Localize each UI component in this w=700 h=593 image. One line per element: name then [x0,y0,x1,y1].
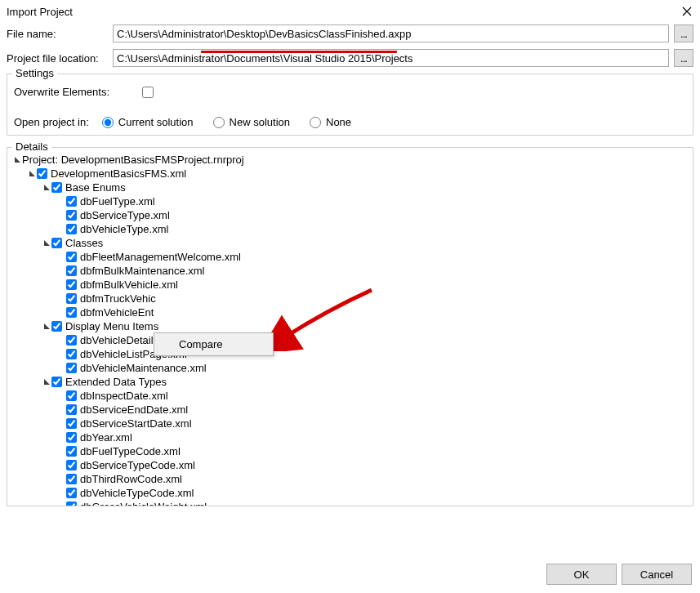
tree-node[interactable]: dbFuelType.xml [9,194,691,208]
overwrite-label: Overwrite Elements: [14,86,109,98]
expander-icon[interactable] [42,184,51,191]
radio-label: New solution [230,116,290,128]
window-title: Import Project [7,6,73,18]
tree-checkbox[interactable] [66,446,77,457]
settings-group: Settings Overwrite Elements: Open projec… [7,74,693,136]
radio-label: None [326,116,351,128]
tree-label[interactable]: dbVehicleMaintenance.xml [80,362,207,374]
tree-node[interactable]: dbGrossVehicleWeight.xml [9,500,691,506]
tree-node[interactable]: dbServiceType.xml [9,208,691,222]
tree-label[interactable]: dbYear.xml [80,431,132,444]
expander-icon[interactable] [42,323,51,330]
tree-node[interactable]: dbServiceEndDate.xml [9,403,691,417]
close-button[interactable] [680,5,693,18]
tree-checkbox[interactable] [66,279,77,290]
tree-label[interactable]: dbfmVehicleEnt [80,306,154,319]
tree-node[interactable]: dbfmBulkMaintenance.xml [9,264,691,278]
tree-label[interactable]: dbfmBulkMaintenance.xml [80,265,204,277]
tree-label[interactable]: Classes [65,237,103,249]
tree-checkbox[interactable] [66,210,77,221]
tree-checkbox[interactable] [66,488,77,498]
tree-checkbox[interactable] [66,196,77,207]
tree-node[interactable]: DevelopmentBasicsFMS.xml [9,167,691,181]
tree-node[interactable]: dbFleetManagementWelcome.xml [9,250,691,264]
cancel-button[interactable]: Cancel [622,564,692,585]
tree-label[interactable]: dbVehicleType.xml [80,223,168,235]
tree-node[interactable]: Extended Data Types [9,375,691,389]
overwrite-checkbox[interactable] [142,87,154,98]
dialog-content: File name: ... Project file location: ..… [0,21,700,510]
tree-checkbox[interactable] [66,502,77,506]
tree-node[interactable]: dbVehicleTypeCode.xml [9,486,691,500]
tree-node[interactable]: dbServiceStartDate.xml [9,417,691,430]
tree-checkbox[interactable] [51,238,62,248]
tree-checkbox[interactable] [66,460,77,470]
tree-label[interactable]: Base Enums [65,181,126,194]
tree-checkbox[interactable] [66,363,77,373]
tree-label[interactable]: dbServiceType.xml [80,209,170,221]
compare-menu-item[interactable]: Compare [156,335,271,354]
tree-label[interactable]: dbThirdRowCode.xml [80,473,182,485]
expander-icon[interactable] [27,170,37,177]
context-menu: Compare [154,332,274,356]
tree-checkbox[interactable] [66,307,77,318]
tree-node[interactable]: dbYear.xml [9,430,691,444]
tree-checkbox[interactable] [51,182,62,193]
ok-button[interactable]: OK [546,564,617,585]
tree-node[interactable]: dbServiceTypeCode.xml [9,458,691,472]
tree-label[interactable]: Display Menu Items [65,320,158,332]
radio-none-input[interactable] [310,117,321,128]
location-browse-button[interactable]: ... [674,49,693,67]
tree-label[interactable]: Project: DevelopmentBasicsFMSProject.rnr… [22,154,244,166]
filename-browse-button[interactable]: ... [674,25,693,42]
tree-checkbox[interactable] [66,252,77,262]
tree-label[interactable]: dbFleetManagementWelcome.xml [80,251,241,263]
tree-checkbox[interactable] [66,418,77,429]
tree-checkbox[interactable] [66,265,77,276]
tree-node[interactable]: Base Enums [9,181,691,194]
tree-checkbox[interactable] [51,377,62,387]
radio-none[interactable]: None [310,116,351,128]
filename-row: File name: ... [7,25,693,42]
tree-checkbox[interactable] [66,474,77,484]
tree-node[interactable]: dbFuelTypeCode.xml [9,444,691,458]
tree-label[interactable]: dbfmTruckVehic [80,292,156,305]
radio-new-solution[interactable]: New solution [213,116,290,128]
tree-label[interactable]: dbfmBulkVehicle.xml [80,279,178,291]
tree-label[interactable]: DevelopmentBasicsFMS.xml [51,167,186,180]
tree-label[interactable]: Extended Data Types [65,376,167,388]
tree-checkbox[interactable] [51,321,62,332]
tree-checkbox[interactable] [66,390,77,401]
expander-icon[interactable] [42,239,51,247]
tree-label[interactable]: dbFuelTypeCode.xml [80,445,181,457]
filename-input[interactable] [113,25,669,42]
tree-label[interactable]: dbServiceTypeCode.xml [80,459,195,471]
radio-new-input[interactable] [213,117,225,128]
tree-checkbox[interactable] [66,293,77,304]
tree-label[interactable]: dbFuelType.xml [80,195,155,207]
tree-label[interactable]: dbServiceEndDate.xml [80,404,188,416]
tree-checkbox[interactable] [37,168,47,179]
open-in-label: Open project in: [14,116,89,128]
tree-node[interactable]: dbVehicleType.xml [9,222,691,236]
radio-current-input[interactable] [102,117,114,128]
tree-checkbox[interactable] [66,349,77,359]
tree-node[interactable]: dbThirdRowCode.xml [9,472,691,486]
expander-icon[interactable] [12,156,22,163]
tree-checkbox[interactable] [66,404,77,415]
tree-node[interactable]: Classes [9,236,691,250]
tree-node[interactable]: dbInspectDate.xml [9,389,691,403]
overwrite-row: Overwrite Elements: [14,86,686,98]
radio-current-solution[interactable]: Current solution [102,116,194,128]
dialog-buttons: OK Cancel [546,564,692,585]
tree-checkbox[interactable] [66,224,77,234]
tree-checkbox[interactable] [66,335,77,346]
tree-node[interactable]: Project: DevelopmentBasicsFMSProject.rnr… [9,153,691,167]
tree-label[interactable]: dbGrossVehicleWeight.xml [80,501,207,506]
tree-node[interactable]: dbVehicleMaintenance.xml [9,361,691,375]
tree-label[interactable]: dbInspectDate.xml [80,390,168,402]
tree-label[interactable]: dbVehicleTypeCode.xml [80,487,194,499]
expander-icon[interactable] [42,378,51,386]
tree-checkbox[interactable] [66,432,77,443]
tree-label[interactable]: dbServiceStartDate.xml [80,417,192,430]
